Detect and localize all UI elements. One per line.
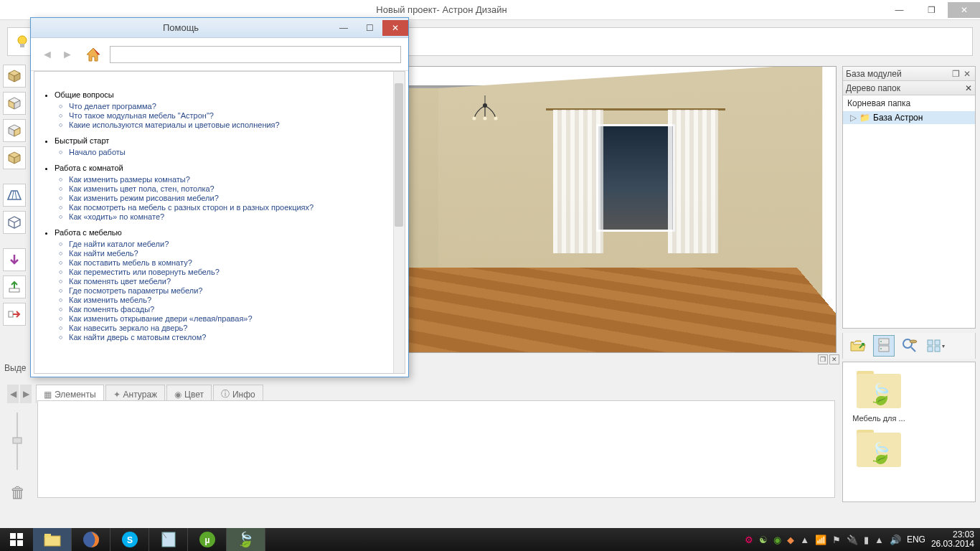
subpanel-close-button[interactable]: ✕ — [965, 83, 972, 93]
task-skype[interactable]: S — [110, 528, 149, 551]
minimize-button[interactable]: — — [883, 2, 915, 18]
help-link[interactable]: Где найти каталог мебели? — [69, 240, 396, 248]
svg-point-36 — [880, 348, 882, 349]
cube-top-icon[interactable] — [3, 65, 26, 88]
perspective-icon[interactable] — [3, 184, 26, 207]
panel-undock-button[interactable]: ❐ — [951, 69, 961, 79]
tree-item-base[interactable]: ▷ 📁 База Астрон — [843, 111, 975, 124]
arrow-right-red-icon[interactable] — [3, 303, 26, 326]
help-home-button[interactable] — [83, 44, 104, 65]
folder-label: Мебель для ... — [850, 414, 908, 423]
help-link[interactable]: Как найти дверь с матовым стеклом? — [69, 333, 396, 342]
panel-close-button[interactable]: ✕ — [962, 69, 972, 79]
help-section-heading: Работа с комнатой — [55, 164, 396, 172]
help-titlebar[interactable]: Помощь — ☐ ✕ — [31, 18, 408, 38]
wireframe-cube-icon[interactable] — [3, 211, 26, 234]
help-link[interactable]: Как переместить или повернуть мебель? — [69, 268, 396, 276]
help-link[interactable]: Как изменить открывание двери «левая/пра… — [69, 314, 396, 323]
help-link[interactable]: Как поменять цвет мебели? — [69, 277, 396, 286]
help-link[interactable]: Как посмотреть на мебель с разных сторон… — [69, 203, 396, 212]
catalog-folder[interactable]: 🍃 — [850, 428, 908, 471]
tray-battery-icon[interactable]: ▮ — [864, 534, 869, 545]
tab-info-label: Инфо — [232, 390, 255, 400]
trash-icon[interactable]: 🗑 — [10, 484, 26, 502]
task-astron[interactable]: 🍃 — [227, 528, 265, 551]
help-link[interactable]: Как изменить режим рисования мебели? — [69, 194, 396, 202]
svg-rect-43 — [935, 347, 940, 352]
expand-icon[interactable]: ▷ — [850, 113, 857, 123]
help-link[interactable]: Что такое модульная мебель "Астрон"? — [69, 111, 396, 120]
svg-line-22 — [12, 191, 14, 199]
help-link[interactable]: Как изменить размеры комнаты? — [69, 175, 396, 184]
help-link[interactable]: Какие используются материалы и цветовые … — [69, 121, 396, 129]
cube-3d-icon[interactable] — [3, 146, 26, 169]
vertical-slider[interactable] — [10, 409, 24, 474]
help-forward-button[interactable]: ► — [58, 45, 77, 64]
system-tray: ⚙ ☯ ◉ ◆ ▲ 📶 ⚑ 🔌 ▮ ▲ 🔊 ENG 23:03 26.03.20… — [739, 530, 980, 549]
svg-line-38 — [911, 347, 915, 352]
cube-side-icon[interactable] — [3, 119, 26, 142]
folder-open-icon[interactable] — [847, 335, 869, 357]
close-button[interactable]: ✕ — [948, 2, 980, 18]
help-scrollbar[interactable] — [393, 72, 405, 373]
arrow-up-green-icon[interactable] — [3, 276, 26, 298]
tray-wifi-icon[interactable]: ▲ — [875, 534, 884, 545]
tray-icon[interactable]: ▲ — [800, 534, 809, 545]
svg-rect-24 — [9, 288, 19, 292]
help-link[interactable]: Как поменять фасады? — [69, 305, 396, 314]
tray-language[interactable]: ENG — [907, 534, 925, 545]
help-link[interactable]: Как найти мебель? — [69, 249, 396, 258]
svg-rect-44 — [10, 533, 16, 539]
task-notepad[interactable] — [149, 528, 188, 551]
help-link[interactable]: Что делает программа? — [69, 102, 396, 110]
panel-nav-arrows: ◀ ▶ — [7, 385, 32, 403]
catalog-folders-panel: 🍃 Мебель для ... 🍃 — [842, 362, 976, 502]
tray-icon[interactable]: ☯ — [759, 534, 768, 545]
help-link[interactable]: Как поставить мебель в комнату? — [69, 258, 396, 267]
svg-point-0 — [18, 36, 27, 44]
svg-rect-49 — [44, 534, 51, 537]
tray-icon[interactable]: ◉ — [773, 534, 781, 545]
task-explorer[interactable] — [33, 528, 72, 551]
catalog-folder[interactable]: 🍃 Мебель для ... — [850, 369, 908, 423]
tray-volume-icon[interactable]: 🔊 — [890, 534, 901, 545]
tab-entourage-label: Антураж — [123, 390, 158, 400]
help-link[interactable]: Как навесить зеркало на дверь? — [69, 324, 396, 332]
viewport-close-button[interactable]: ✕ — [829, 354, 839, 364]
view-grid-icon[interactable]: ▾ — [925, 335, 946, 357]
tray-network-icon[interactable]: 📶 — [815, 534, 826, 545]
help-link[interactable]: Как изменить мебель? — [69, 296, 396, 304]
svg-text:µ: µ — [204, 535, 209, 545]
tray-icon[interactable]: ⚙ — [745, 534, 753, 545]
viewport-undock-button[interactable]: ❐ — [818, 354, 828, 364]
help-maximize-button[interactable]: ☐ — [357, 20, 382, 36]
maximize-button[interactable]: ❐ — [915, 2, 948, 18]
tray-clock[interactable]: 23:03 26.03.2014 — [931, 530, 974, 549]
help-search-input[interactable] — [110, 46, 401, 63]
start-button[interactable] — [0, 528, 33, 551]
panel-header-label: База модулей — [846, 69, 902, 79]
tray-power-icon[interactable]: 🔌 — [847, 534, 858, 545]
help-section-heading: Общие вопросы — [55, 90, 396, 99]
help-minimize-button[interactable]: — — [331, 20, 357, 36]
help-link[interactable]: Как «ходить» по комнате? — [69, 212, 396, 221]
server-icon[interactable] — [873, 335, 895, 357]
help-link[interactable]: Начало работы — [69, 148, 396, 156]
task-firefox[interactable] — [72, 528, 110, 551]
help-close-button[interactable]: ✕ — [382, 20, 408, 36]
task-utorrent[interactable]: µ — [188, 528, 227, 551]
nav-next-icon[interactable]: ▶ — [20, 385, 32, 403]
help-section-heading: Работа с мебелью — [55, 228, 396, 237]
help-link[interactable]: Как изменить цвет пола, стен, потолка? — [69, 184, 396, 193]
tray-flag-icon[interactable]: ⚑ — [832, 534, 841, 545]
arrow-down-icon[interactable] — [3, 248, 26, 271]
tray-icon[interactable]: ◆ — [787, 534, 794, 545]
search-db-icon[interactable] — [899, 335, 920, 357]
nav-prev-icon[interactable]: ◀ — [7, 385, 19, 403]
chandelier-icon — [467, 95, 503, 131]
help-scroll-thumb[interactable] — [395, 83, 403, 227]
help-back-button[interactable]: ◄ — [38, 45, 57, 64]
cube-front-icon[interactable] — [3, 92, 26, 115]
curtain-right — [668, 110, 718, 253]
help-link[interactable]: Где посмотреть параметры мебели? — [69, 286, 396, 295]
